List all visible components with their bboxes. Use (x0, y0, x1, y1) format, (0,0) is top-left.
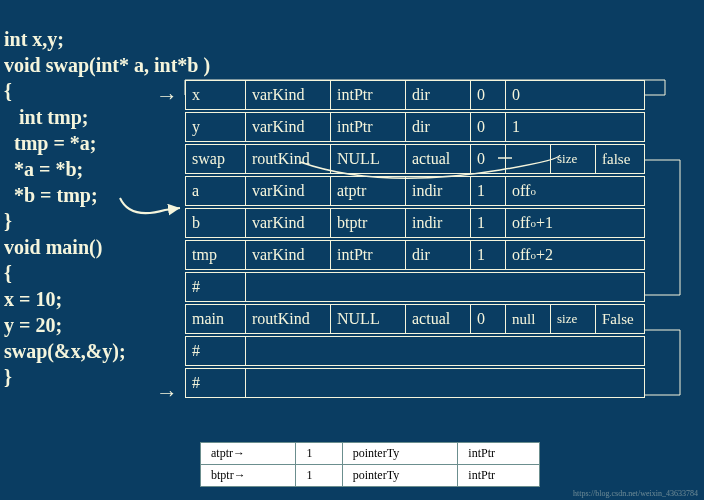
code-line: int tmp; (4, 106, 88, 128)
cell: atptr→ (201, 443, 296, 465)
cell: intPtr (458, 465, 540, 487)
table-row: tmpvarKindintPtrdir1offo+2 (185, 240, 645, 270)
table-row: # (185, 368, 645, 398)
cell: varKind (246, 209, 331, 237)
symbol-table: xvarKindintPtrdir00yvarKindintPtrdir01sw… (185, 80, 645, 398)
cell: dir (406, 81, 471, 109)
cell: dir (406, 241, 471, 269)
cell: varKind (246, 241, 331, 269)
cell: indir (406, 209, 471, 237)
arrow-icon: → (156, 380, 178, 406)
table-row: # (185, 272, 645, 302)
cell: routKind (246, 145, 331, 173)
cell: intPtr (458, 443, 540, 465)
code-block: int x,y; void swap(int* a, int*b ) { int… (4, 0, 210, 390)
table-row: btptr→ 1 pointerTy intPtr (201, 465, 540, 487)
cell: size (551, 145, 596, 173)
cell: intPtr (331, 241, 406, 269)
cell: 0 (471, 305, 506, 333)
cell: false (596, 145, 644, 173)
cell: dir (406, 113, 471, 141)
cell: 0 (471, 145, 506, 173)
code-line: int x,y; (4, 28, 64, 50)
cell: NULL (331, 145, 406, 173)
cell: NULL (331, 305, 406, 333)
cell: 0 (471, 81, 506, 109)
table-row: bvarKindbtptrindir1offo+1 (185, 208, 645, 238)
cell: False (596, 305, 644, 333)
cell: varKind (246, 177, 331, 205)
code-line: { (4, 80, 12, 102)
cell: 1 (296, 443, 342, 465)
cell: atptr (331, 177, 406, 205)
code-line: y = 20; (4, 314, 62, 336)
cell: b (186, 209, 246, 237)
cell: actual (406, 145, 471, 173)
cell (246, 369, 644, 397)
code-line: *a = *b; (4, 158, 83, 180)
cell: routKind (246, 305, 331, 333)
table-row: swaproutKindNULLactual0sizefalse (185, 144, 645, 174)
cell: pointerTy (342, 465, 458, 487)
cell: 0 (471, 113, 506, 141)
code-line: void main() (4, 236, 102, 258)
cell: y (186, 113, 246, 141)
cell (246, 337, 644, 365)
cell: # (186, 369, 246, 397)
pointer-type-table: atptr→ 1 pointerTy intPtr btptr→ 1 point… (200, 442, 540, 487)
cell (506, 145, 551, 173)
cell: indir (406, 177, 471, 205)
arrow-icon: → (156, 83, 178, 109)
code-line: *b = tmp; (4, 184, 98, 206)
cell: 1 (506, 113, 644, 141)
code-line: { (4, 262, 12, 284)
cell: varKind (246, 113, 331, 141)
cell: # (186, 337, 246, 365)
cell: intPtr (331, 81, 406, 109)
cell: swap (186, 145, 246, 173)
cell: tmp (186, 241, 246, 269)
cell: pointerTy (342, 443, 458, 465)
code-line: } (4, 210, 12, 232)
cell: 1 (471, 209, 506, 237)
cell: offo+1 (506, 209, 644, 237)
cell: varKind (246, 81, 331, 109)
cell: 1 (471, 241, 506, 269)
watermark: https://blog.csdn.net/weixin_43633784 (573, 489, 698, 498)
cell: actual (406, 305, 471, 333)
cell: btptr→ (201, 465, 296, 487)
code-line: tmp = *a; (4, 132, 97, 154)
cell: main (186, 305, 246, 333)
code-line: swap(&x,&y); (4, 340, 126, 362)
cell (246, 273, 644, 301)
cell: null (506, 305, 551, 333)
code-line: void swap(int* a, int*b ) (4, 54, 210, 76)
table-row: avarKindatptrindir1offo (185, 176, 645, 206)
cell: # (186, 273, 246, 301)
table-row: atptr→ 1 pointerTy intPtr (201, 443, 540, 465)
table-row: xvarKindintPtrdir00 (185, 80, 645, 110)
cell: offo+2 (506, 241, 644, 269)
code-line: x = 10; (4, 288, 62, 310)
cell: size (551, 305, 596, 333)
cell: a (186, 177, 246, 205)
table-row: yvarKindintPtrdir01 (185, 112, 645, 142)
cell: 1 (471, 177, 506, 205)
cell: btptr (331, 209, 406, 237)
table-row: mainroutKindNULLactual0nullsizeFalse (185, 304, 645, 334)
cell: x (186, 81, 246, 109)
cell: 1 (296, 465, 342, 487)
table-row: # (185, 336, 645, 366)
cell: 0 (506, 81, 644, 109)
code-line: } (4, 366, 12, 388)
cell: intPtr (331, 113, 406, 141)
cell: offo (506, 177, 644, 205)
